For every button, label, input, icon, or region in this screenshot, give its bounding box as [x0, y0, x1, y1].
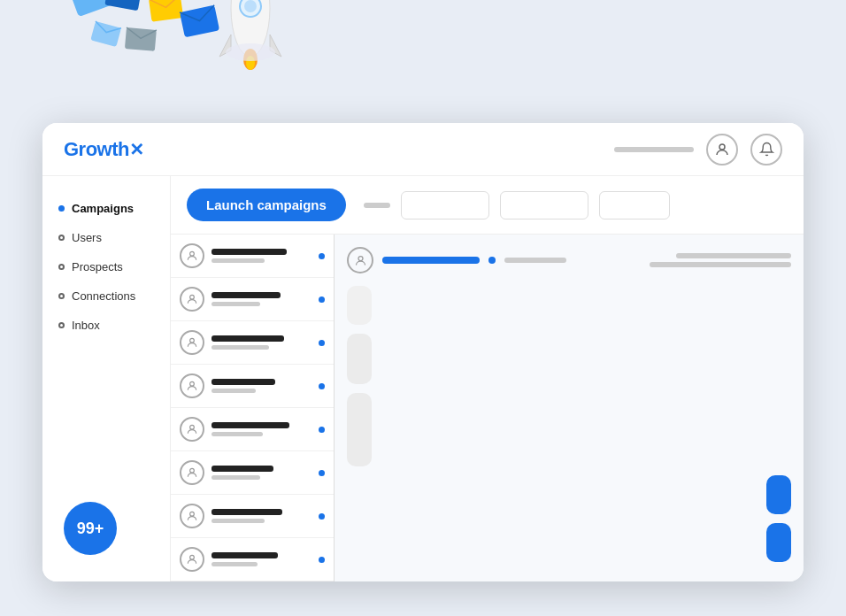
sidebar-item-connections[interactable]: Connections — [42, 281, 170, 311]
svg-point-19 — [190, 381, 195, 386]
contact-avatar — [180, 417, 204, 442]
contact-info — [212, 379, 311, 393]
header-right — [614, 134, 782, 166]
svg-rect-1 — [104, 0, 142, 11]
sidebar-label-campaigns: Campaigns — [72, 202, 134, 215]
contact-name-bar — [212, 466, 273, 472]
contact-item[interactable] — [171, 365, 334, 408]
logo: Growth✕ — [64, 138, 144, 161]
contact-item[interactable] — [171, 538, 334, 581]
sidebar-label-connections: Connections — [72, 289, 135, 303]
main-layout: Campaigns Users Prospects Connections In… — [42, 176, 804, 581]
filter-dropdown-3[interactable] — [599, 191, 670, 219]
chat-contact-avatar — [347, 247, 373, 273]
sidebar-dot-users — [58, 235, 65, 241]
contact-name-bar — [212, 509, 282, 515]
sidebar-item-inbox[interactable]: Inbox — [42, 311, 170, 340]
contact-avatar — [180, 547, 204, 572]
svg-point-17 — [190, 295, 195, 299]
sidebar-dot-connections — [58, 293, 65, 299]
svg-rect-3 — [90, 21, 121, 47]
contact-info — [212, 249, 311, 263]
contact-name-bar — [212, 379, 275, 385]
contact-name-bar — [212, 552, 278, 558]
contact-item[interactable] — [171, 278, 334, 321]
contact-item[interactable] — [171, 408, 334, 451]
svg-point-15 — [719, 144, 725, 150]
contact-unread-dot — [319, 557, 325, 563]
contact-item[interactable] — [171, 235, 334, 278]
contact-item[interactable] — [171, 495, 334, 538]
sidebar-item-users[interactable]: Users — [42, 223, 170, 252]
sidebar: Campaigns Users Prospects Connections In… — [42, 176, 171, 581]
svg-rect-2 — [149, 0, 183, 22]
message-bubble-received — [347, 334, 372, 384]
contact-name-bar — [212, 422, 289, 428]
sidebar-dot-prospects — [58, 264, 65, 270]
contact-avatar — [180, 243, 204, 268]
chat-header-info — [650, 253, 791, 267]
sidebar-item-prospects[interactable]: Prospects — [42, 252, 170, 281]
contact-item[interactable] — [171, 451, 334, 495]
sidebar-dot-campaigns — [58, 205, 65, 212]
svg-point-21 — [190, 468, 195, 473]
contact-sub-bar — [212, 389, 256, 393]
contact-info — [212, 335, 311, 350]
contact-unread-dot — [319, 340, 325, 346]
message-bubble-sent — [766, 523, 791, 562]
contact-sub-bar — [212, 519, 265, 523]
filter-dropdown-2[interactable] — [500, 191, 588, 219]
message-panel — [335, 235, 804, 581]
header-search-line — [614, 147, 694, 152]
chat-contact-status — [504, 258, 566, 263]
contact-sub-bar — [212, 302, 260, 306]
contact-sub-bar — [212, 562, 258, 566]
contact-info — [212, 422, 311, 436]
svg-point-18 — [190, 338, 195, 343]
chat-contact-name — [382, 257, 480, 264]
toolbar-separator — [364, 203, 390, 208]
notifications-button[interactable] — [750, 134, 782, 166]
contact-unread-dot — [319, 513, 325, 520]
svg-point-23 — [190, 555, 195, 559]
contact-info — [212, 466, 311, 480]
user-profile-button[interactable] — [706, 134, 738, 166]
contact-unread-dot — [319, 427, 325, 433]
filter-dropdown-1[interactable] — [401, 191, 489, 219]
contact-unread-dot — [319, 296, 325, 303]
sidebar-label-users: Users — [72, 231, 102, 244]
contact-avatar — [180, 504, 204, 528]
svg-point-9 — [244, 0, 257, 12]
contact-name-bar — [212, 335, 284, 342]
launch-campaigns-button[interactable]: Launch campaigns — [187, 189, 346, 221]
toolbar: Launch campaigns — [171, 176, 804, 235]
contact-avatar — [180, 330, 204, 355]
contact-sub-bar — [212, 345, 269, 350]
contact-sub-bar — [212, 475, 260, 480]
svg-point-24 — [358, 256, 363, 260]
chat-header — [347, 247, 791, 273]
svg-point-22 — [190, 512, 195, 516]
svg-point-16 — [190, 251, 195, 256]
contact-item[interactable] — [171, 321, 334, 365]
sidebar-item-campaigns[interactable]: Campaigns — [42, 194, 170, 223]
svg-rect-0 — [69, 0, 115, 17]
message-bubble-sent — [766, 475, 791, 514]
chat-online-dot — [488, 257, 496, 264]
contact-name-bar — [212, 292, 281, 298]
header: Growth✕ — [42, 123, 804, 176]
sidebar-label-inbox: Inbox — [72, 319, 100, 332]
contact-sub-bar — [212, 258, 265, 263]
contact-sub-bar — [212, 432, 263, 436]
contact-avatar — [180, 287, 204, 312]
content-body — [171, 235, 804, 581]
contact-unread-dot — [319, 470, 325, 476]
message-bubble-received — [347, 393, 372, 466]
contact-info — [212, 509, 311, 523]
chat-header-line2 — [650, 262, 791, 267]
chat-header-line1 — [676, 253, 791, 258]
contact-unread-dot — [319, 383, 325, 389]
sidebar-dot-inbox — [58, 322, 65, 328]
content-area: Launch campaigns — [171, 176, 804, 581]
contact-name-bar — [212, 249, 287, 255]
